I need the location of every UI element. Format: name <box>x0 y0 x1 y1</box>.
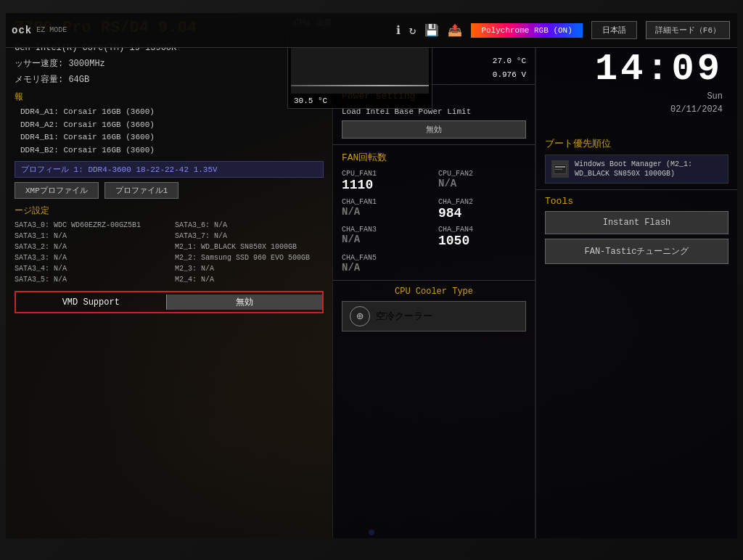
language-button[interactable]: 日本語 <box>591 21 637 39</box>
instant-flash-button[interactable]: Instant Flash <box>545 211 728 234</box>
cpu-speed: ッサー速度: 3000MHz <box>15 57 324 70</box>
mb-temp-value: 27.0 °C <box>493 57 526 65</box>
middle-panel: M/B 温度 27.0 °C CPU 電圧 0.976 V Power sett… <box>332 48 535 538</box>
cha-fan2-value: 984 <box>438 206 526 222</box>
boot-icon <box>551 160 569 178</box>
cooler-icon: ⊕ <box>350 306 370 326</box>
time-value: 14:09 <box>595 51 723 88</box>
time-display: 14:09 Sun 02/11/2024 <box>595 51 723 115</box>
date-value: 02/11/2024 <box>595 104 723 115</box>
temp-graph-line <box>291 85 429 86</box>
cpu-temp-value: 30.5 °C <box>288 96 432 108</box>
storage-m22: M2_2: Samsung SSD 960 EVO 500GB <box>175 252 324 263</box>
polychrome-rgb-button[interactable]: Polychrome RGB (ON) <box>471 23 582 38</box>
tools-title: Tools <box>545 196 728 207</box>
cpu-fan2-label: CPU_FAN2 <box>438 170 526 178</box>
day-value: Sun <box>595 91 723 102</box>
fan-cha5: CHA_FAN5 N/A <box>342 254 430 274</box>
vmd-row[interactable]: VMD Support 無効 <box>15 291 324 313</box>
fan-cpu2: CPU_FAN2 N/A <box>438 170 526 194</box>
cpu-voltage-value: 0.976 V <box>493 70 526 79</box>
fan-cha1: CHA_FAN1 N/A <box>342 198 430 222</box>
xmp-buttons: XMPプロファイル プロファイル1 <box>15 182 324 199</box>
cpu-fan1-value: 1110 <box>342 178 430 194</box>
xmp-profile1-button[interactable]: プロファイル1 <box>104 182 179 199</box>
boot-item[interactable]: Windows Boot Manager (M2_1: WD_BLACK SN8… <box>545 155 728 184</box>
fan-cha4: CHA_FAN4 1050 <box>438 226 526 250</box>
storage-m21: M2_1: WD_BLACK SN850X 1000GB <box>175 242 324 252</box>
storage-sata32: SATA3_2: N/A <box>15 242 163 252</box>
right-panel: ブート優先順位 Windows Boot Manager (M2_1: WD_B… <box>535 48 737 538</box>
info-label: 報 <box>15 91 324 103</box>
xmp-profile-button[interactable]: XMPプロファイル <box>15 182 99 199</box>
save-icon[interactable]: 💾 <box>424 23 439 38</box>
detail-mode-button[interactable]: 詳細モード（F6） <box>646 21 730 39</box>
storage-sata33: SATA3_3: N/A <box>15 252 163 263</box>
xmp-profile-bar: プロフィール 1: DDR4-3600 18-22-22-42 1.35V <box>15 161 324 178</box>
cha-fan4-label: CHA_FAN4 <box>438 226 526 234</box>
ram-slot-b2: DDR4_B2: Corsair 16GB (3600) <box>20 144 324 157</box>
vmd-label: VMD Support <box>16 296 166 309</box>
cooler-title: CPU Cooler Type <box>342 287 526 297</box>
storage-sata31: SATA3_1: N/A <box>15 231 163 242</box>
fan-title: FAN回転数 <box>342 151 526 164</box>
storage-m23: M2_3: N/A <box>175 263 324 274</box>
tools-section: Tools Instant Flash FAN-Tasticチューニング <box>536 190 737 274</box>
fan-cpu1: CPU_FAN1 1110 <box>342 170 430 194</box>
ram-slot-b1: DDR4_B1: Corsair 16GB (3600) <box>20 131 324 144</box>
info-icon[interactable]: ℹ <box>396 23 401 38</box>
ram-slot-a1: DDR4_A1: Corsair 16GB (3600) <box>20 106 324 119</box>
export-icon[interactable]: 📤 <box>448 23 462 38</box>
cha-fan5-label: CHA_FAN5 <box>342 254 430 262</box>
brand-text: ock <box>12 25 32 36</box>
cha-fan1-label: CHA_FAN1 <box>342 198 430 206</box>
storage-sata34: SATA3_4: N/A <box>15 263 163 274</box>
storage-label: ージ設定 <box>15 205 324 217</box>
vmd-value: 無効 <box>166 295 323 310</box>
cha-fan3-label: CHA_FAN3 <box>342 226 430 234</box>
header-icons: ℹ ↻ 💾 📤 Polychrome RGB (ON) 日本語 詳細モード（F6… <box>396 21 737 39</box>
fan-cha3: CHA_FAN3 N/A <box>342 226 430 250</box>
cha-fan4-value: 1050 <box>438 234 526 250</box>
boot-title: ブート優先順位 <box>545 137 728 150</box>
cha-fan2-label: CHA_FAN2 <box>438 198 526 206</box>
fan-section: FAN回転数 CPU_FAN1 1110 CPU_FAN2 N/A CHA_FA… <box>333 145 535 280</box>
header-bar: ock EZ MODE ℹ ↻ 💾 📤 Polychrome RGB (ON) … <box>6 13 737 48</box>
cooler-type-text: 空冷クーラー <box>376 310 432 323</box>
svg-rect-2 <box>555 166 565 168</box>
fan-tuning-button[interactable]: FAN-Tasticチューニング <box>545 239 728 264</box>
storage-sata37: SATA3_7: N/A <box>175 231 324 242</box>
brand-logo: ock EZ MODE <box>6 25 73 36</box>
power-btn[interactable]: 無効 <box>342 120 526 139</box>
boot-text: Windows Boot Manager (M2_1: WD_BLACK SN8… <box>575 160 722 178</box>
ez-mode-label: EZ MODE <box>36 26 67 34</box>
storage-sata30: SATA3_0: WDC WD60EZRZ-00GZ5B1 <box>15 220 163 231</box>
fan-grid: CPU_FAN1 1110 CPU_FAN2 N/A CHA_FAN1 N/A <box>342 170 526 274</box>
cooler-type-button[interactable]: ⊕ 空冷クーラー <box>342 301 526 332</box>
ram-slot-a2: DDR4_A2: Corsair 16GB (3600) <box>20 119 324 132</box>
memory-info: メモリ容量: 64GB <box>15 73 324 86</box>
cha-fan1-value: N/A <box>342 206 430 218</box>
cpu-fan2-value: N/A <box>438 178 526 190</box>
fan-cha2: CHA_FAN2 984 <box>438 198 526 222</box>
cha-fan3-value: N/A <box>342 234 430 246</box>
storage-sata36: SATA3_6: N/A <box>175 220 324 231</box>
left-panel: Z790 Pro RS/D4 9.04 Gen Intel(R) Core(TM… <box>6 13 332 538</box>
cha-fan5-value: N/A <box>342 262 430 274</box>
refresh-icon[interactable]: ↻ <box>409 23 416 38</box>
storage-grid: SATA3_0: WDC WD60EZRZ-00GZ5B1 SATA3_1: N… <box>15 220 324 285</box>
ram-info: DDR4_A1: Corsair 16GB (3600) DDR4_A2: Co… <box>20 106 324 157</box>
svg-rect-3 <box>555 169 562 170</box>
cpu-fan1-label: CPU_FAN1 <box>342 170 430 178</box>
storage-m24: M2_4: N/A <box>175 274 324 285</box>
storage-sata35: SATA3_5: N/A <box>15 274 163 285</box>
cooler-section: CPU Cooler Type ⊕ 空冷クーラー <box>333 280 535 337</box>
